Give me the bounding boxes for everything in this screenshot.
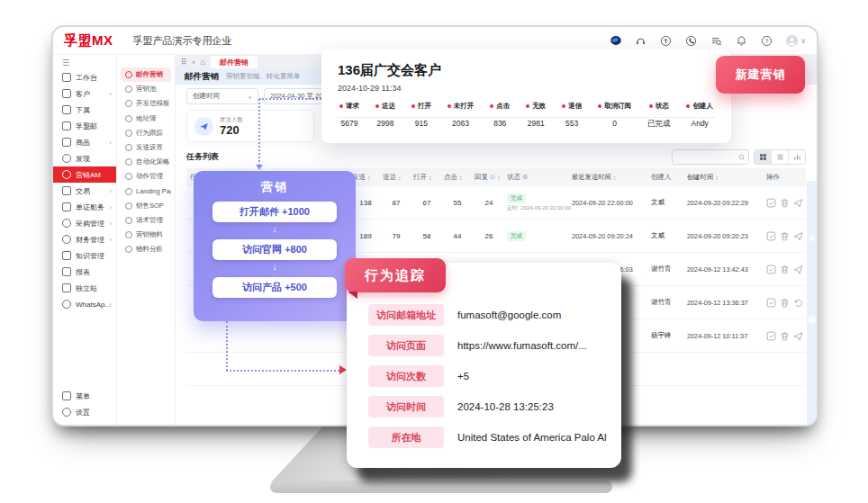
tab-email-marketing[interactable]: 邮件营销 — [211, 56, 258, 68]
sidebar-item-independent-site[interactable]: 独立站 — [53, 280, 116, 296]
sidebar-item-purchase[interactable]: 采购管理› — [53, 215, 116, 231]
submenu-item-automation-strategy[interactable]: 自动化策略 — [121, 155, 171, 169]
submenu-item-address-book[interactable]: 地址簿 — [121, 112, 171, 126]
delete-button[interactable] — [780, 331, 790, 341]
submenu-item-action-management[interactable]: 动作管理 — [121, 169, 171, 184]
chevron-right-icon: › — [109, 187, 112, 195]
delete-button[interactable] — [780, 231, 790, 241]
send-button[interactable] — [793, 265, 803, 274]
search-icon[interactable] — [738, 154, 748, 161]
bell-icon[interactable] — [735, 34, 748, 48]
campaign-metrics: 请求5679送达2998打开915未打开2063点击836无效2981退信553… — [338, 102, 715, 130]
chevron-right-icon: › — [109, 301, 112, 309]
search-input[interactable] — [673, 154, 738, 160]
send-button[interactable] — [793, 198, 803, 208]
arrow-down-icon: ↓ — [272, 225, 277, 233]
metric-label-text: 状态 — [656, 102, 669, 111]
column-header: 创建人 — [647, 173, 683, 182]
submenu-item-dev-letter-template[interactable]: 开发信模板 — [121, 96, 171, 111]
sidebar-item-label: WhatsAp... — [76, 301, 111, 309]
sidebar-item-customers[interactable]: 客户› — [53, 85, 116, 102]
material-analysis-icon — [125, 246, 132, 253]
headset-icon[interactable] — [634, 34, 647, 48]
submenu-item-behavior-tracking[interactable]: 行为跟踪 — [121, 126, 171, 140]
delete-button[interactable] — [780, 265, 790, 274]
delete-button[interactable] — [780, 298, 790, 308]
send-button[interactable] — [793, 231, 803, 241]
back-icon[interactable]: ‹ — [193, 57, 195, 68]
collapse-sidebar-icon[interactable]: ☰ — [53, 57, 116, 69]
avatar — [785, 34, 799, 48]
revert-button[interactable] — [793, 298, 803, 308]
submenu-item-email-marketing[interactable]: 邮件营销 — [121, 67, 171, 82]
detail-button[interactable] — [766, 331, 776, 341]
sidebar-item-label: 独立站 — [76, 283, 97, 293]
sidebar-item-settings[interactable]: 设置 — [53, 404, 116, 420]
sidebar-item-label: 交易 — [76, 186, 90, 196]
apps-icon[interactable]: ⠿ — [181, 57, 187, 68]
sidebar-item-menu[interactable]: 菜单 — [53, 388, 116, 404]
sidebar-item-knowledge[interactable]: 知识管理 — [53, 247, 116, 264]
sort-icon[interactable]: ↕ — [497, 175, 501, 181]
submenu-item-sales-sop[interactable]: 销售SOP — [121, 199, 171, 213]
chevron-down-icon: ∨ — [249, 94, 252, 100]
new-campaign-button[interactable]: 新建营销 — [716, 56, 805, 94]
sidebar-item-marketing-am[interactable]: 营销AM — [53, 166, 116, 183]
behavior-tracking-card: 行为追踪 访问邮箱地址fumasoft@google.com访问页面https:… — [347, 263, 621, 468]
submenu-item-landing-page[interactable]: Landing Page — [121, 184, 171, 199]
detail-button[interactable] — [766, 198, 776, 208]
submenu-item-send-settings[interactable]: 发送设置 — [121, 140, 171, 155]
column-header: 状态⚙ — [503, 173, 568, 182]
sidebar-item-finance[interactable]: 财务管理› — [53, 231, 116, 247]
sidebar-item-subordinates[interactable]: 下属 — [53, 102, 116, 118]
submenu-item-marketing-materials[interactable]: 营销物料 — [121, 228, 171, 242]
sort-icon[interactable]: ↕ — [429, 175, 432, 181]
sort-icon[interactable]: ↕ — [367, 175, 371, 181]
sidebar-item-trade[interactable]: 交易› — [53, 183, 116, 199]
whatsapp-icon[interactable] — [684, 34, 698, 48]
grid-view-button[interactable] — [755, 150, 771, 164]
column-header: 送达↕ — [379, 173, 410, 182]
metric-cell: 26 — [471, 232, 503, 240]
metric-value: 5679 — [339, 119, 359, 128]
submenu-item-material-analysis[interactable]: 物料分析 — [121, 242, 171, 256]
metric-cell: 87 — [379, 199, 410, 207]
metric-label: 创建人 — [686, 102, 713, 111]
list-view-button[interactable] — [771, 150, 788, 164]
delete-button[interactable] — [780, 198, 790, 208]
sidebar-item-fumeng-mail[interactable]: 孚盟邮 — [53, 118, 116, 134]
gear-icon[interactable]: ⚙ — [522, 174, 528, 181]
created-time-select[interactable]: 创建时间 ∨ — [186, 88, 258, 104]
theme-icon[interactable] — [609, 34, 622, 48]
metric-value: 915 — [411, 119, 431, 128]
sidebar-item-whatsapp[interactable]: WhatsAp...› — [53, 296, 116, 312]
column-header: 打开↕ — [410, 173, 440, 182]
send-button[interactable] — [793, 331, 803, 341]
task-list-title: 任务列表 — [186, 151, 219, 163]
detail-button[interactable] — [766, 298, 776, 308]
chart-view-button[interactable] — [788, 150, 805, 164]
home-icon[interactable]: ⌂ — [201, 57, 205, 68]
submenu-item-label: 话术管理 — [136, 216, 163, 225]
sidebar-item-reports[interactable]: 报表 — [53, 264, 116, 280]
submenu-item-marketing-pool[interactable]: 营销池 — [121, 82, 171, 96]
sidebar-item-shipping-docs[interactable]: 单证船务› — [53, 199, 116, 215]
user-menu[interactable]: ∨ — [785, 34, 806, 48]
task-search-icon[interactable] — [710, 34, 723, 48]
campaign-metric: 无效2981 — [526, 102, 546, 130]
creator-cell: 杨宇峰 — [647, 331, 683, 340]
sidebar-item-workbench[interactable]: 工作台 — [53, 69, 116, 85]
detail-button[interactable] — [766, 231, 776, 241]
submenu-item-label: 营销池 — [136, 85, 157, 94]
view-toggle — [754, 149, 806, 165]
submenu-item-script-management[interactable]: 话术管理 — [121, 213, 171, 228]
sort-icon[interactable]: ↕ — [613, 175, 617, 181]
sort-icon[interactable]: ↕ — [459, 175, 463, 181]
sort-icon[interactable]: ↕ — [398, 175, 402, 181]
sort-icon[interactable]: ↕ — [715, 175, 719, 181]
sidebar-item-discover[interactable]: 发现 — [53, 150, 116, 166]
sidebar-item-products[interactable]: 商品› — [53, 134, 116, 150]
upload-icon[interactable] — [659, 34, 673, 48]
detail-button[interactable] — [766, 265, 776, 274]
help-icon[interactable]: ? — [760, 34, 773, 48]
